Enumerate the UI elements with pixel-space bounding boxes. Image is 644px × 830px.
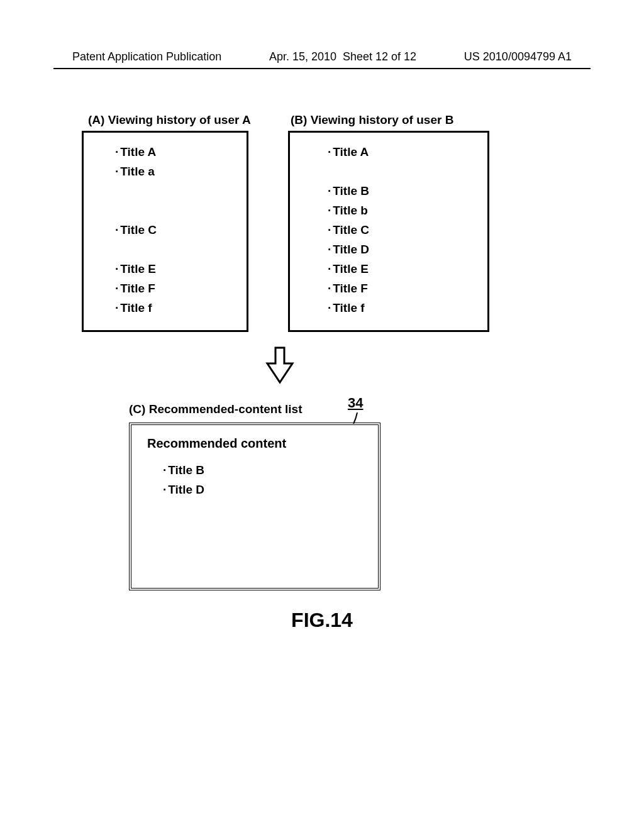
list-item: Title f: [115, 298, 247, 318]
list-item: Title f: [328, 298, 487, 318]
page-header: Patent Application Publication Apr. 15, …: [0, 50, 644, 64]
box-recommended-content: Recommended content Title B Title D: [129, 423, 380, 590]
list-item: Title B: [328, 181, 487, 201]
header-divider: [53, 68, 591, 69]
recommended-content-heading: Recommended content: [147, 436, 378, 451]
figure-caption: FIG.14: [0, 609, 644, 632]
list-item: Title E: [115, 259, 247, 279]
list-item: Title B: [163, 460, 378, 480]
date-sheet: Apr. 15, 2010 Sheet 12 of 12: [269, 50, 416, 64]
box-user-b-history: Title A Title B Title b Title C Title D …: [288, 131, 489, 332]
publication-label: Patent Application Publication: [72, 50, 221, 64]
list-item: Title D: [163, 480, 378, 499]
list-item: Title F: [115, 279, 247, 298]
list-item: Title a: [115, 162, 247, 181]
list-item: Title A: [328, 142, 487, 162]
list-item: Title C: [115, 220, 247, 240]
arrow-down-icon: [264, 345, 296, 391]
list-item: Title A: [115, 142, 247, 162]
list-item: Title E: [328, 259, 487, 279]
list-item: Title D: [328, 240, 487, 259]
publication-number: US 2010/0094799 A1: [464, 50, 572, 64]
reference-number: 34: [348, 395, 363, 411]
section-b-caption: (B) Viewing history of user B: [291, 113, 453, 127]
box-user-a-history: Title A Title a Title C Title E Title F …: [82, 131, 248, 332]
list-item: Title F: [328, 279, 487, 298]
section-a-caption: (A) Viewing history of user A: [88, 113, 251, 127]
list-item: Title C: [328, 220, 487, 240]
section-c-caption: (C) Recommended-content list: [129, 402, 303, 416]
list-item: Title b: [328, 201, 487, 220]
